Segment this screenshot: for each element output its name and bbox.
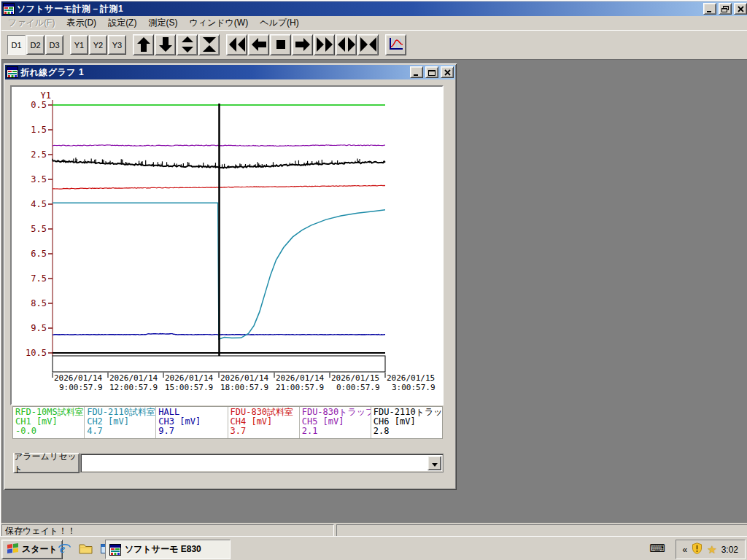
svg-text:6.5: 6.5 [31, 249, 47, 259]
toolbar-y2-button[interactable]: Y2 [89, 35, 107, 55]
toolbar-jump-end-button[interactable] [314, 34, 335, 55]
toolbar: D1D2D3Y1Y2Y3 [1, 30, 747, 59]
graph-titlebar[interactable]: 折れ線グラフ 1 [5, 65, 455, 79]
toolbar-d3-button[interactable]: D3 [45, 35, 63, 55]
alarm-message-combobox[interactable] [80, 454, 444, 472]
task-button-label: ソフトサーモ E830 [125, 543, 201, 556]
toolbar-d1-button[interactable]: D1 [7, 35, 26, 55]
app-window: ソフトサーモ計測－計測1 ファイル(F)表示(D)設定(Z)測定(S)ウィンドウ… [0, 0, 747, 539]
toolbar-scroll-down-button[interactable] [155, 34, 176, 55]
toolbar-step-back-button[interactable] [248, 34, 269, 55]
toolbar-scroll-up-button[interactable] [133, 34, 154, 55]
main-titlebar[interactable]: ソフトサーモ計測－計測1 [1, 1, 747, 16]
toolbar-d2-button[interactable]: D2 [26, 35, 44, 55]
graph-maximize-button[interactable] [425, 66, 438, 78]
svg-text:2026/01/14: 2026/01/14 [54, 373, 103, 383]
security-shield-icon[interactable] [692, 542, 703, 556]
close-button[interactable] [734, 3, 747, 15]
svg-text:8.5: 8.5 [31, 298, 47, 308]
legend-channel-4: FDU-830試料室CH4 [mV]3.7 [228, 407, 300, 438]
svg-text:9.5: 9.5 [31, 323, 47, 333]
svg-text:3.5: 3.5 [31, 174, 47, 184]
menu-bar: ファイル(F)表示(D)設定(Z)測定(S)ウィンドウ(W)ヘルプ(H) [1, 16, 747, 30]
app-icon [109, 544, 121, 556]
channel-value: 2.1 [302, 427, 368, 436]
svg-text:0:00:57.9: 0:00:57.9 [336, 383, 380, 392]
keyboard-layout-icon[interactable]: ⌨ [649, 542, 665, 553]
menu-ファイル[interactable]: ファイル(F) [2, 15, 61, 31]
legend-channel-2: FDU-2110試料室CH2 [mV]4.7 [85, 407, 156, 438]
line-chart[interactable]: 0.51.52.53.54.55.56.57.58.59.510.5Y12026… [10, 85, 444, 405]
taskbar-task-button[interactable]: ソフトサーモ E830 [105, 540, 231, 559]
toolbar-graph-setup-button[interactable] [385, 34, 406, 55]
menu-ヘルプ[interactable]: ヘルプ(H) [254, 15, 305, 31]
combobox-dropdown-button[interactable] [427, 456, 441, 470]
toolbar-step-forward-button[interactable] [292, 34, 313, 55]
double-right-icon [315, 35, 334, 55]
svg-text:3:00:57.9: 3:00:57.9 [392, 383, 436, 392]
svg-text:1.5: 1.5 [31, 125, 47, 135]
toolbar-expand-vertical-button[interactable] [177, 34, 198, 55]
minimize-icon [413, 69, 420, 76]
alarm-reset-label: アラームリセット [14, 451, 79, 475]
svg-text:18:00:57.9: 18:00:57.9 [220, 383, 268, 392]
graph-minimize-button[interactable] [410, 66, 423, 78]
tri-out-v-icon [178, 35, 197, 55]
graph-window-icon [7, 66, 18, 78]
channel-value: 3.7 [231, 427, 297, 436]
arrow-up-icon [134, 35, 153, 55]
channel-value: 2.8 [374, 427, 440, 436]
tray-expand-chevron[interactable]: « [683, 545, 688, 555]
svg-text:2026/01/14: 2026/01/14 [109, 373, 158, 383]
windows-logo-icon [7, 542, 19, 556]
svg-text:2026/01/14: 2026/01/14 [220, 373, 269, 383]
menu-表示[interactable]: 表示(D) [61, 15, 102, 31]
menu-測定[interactable]: 測定(S) [142, 15, 183, 31]
taskbar-clock: 3:02 [721, 545, 738, 555]
taskbar: スタート e ソフトサーモ E830 ⌨ « ★ 3:02 [0, 536, 747, 560]
start-button[interactable]: スタート [1, 540, 63, 559]
channel-value: 9.7 [158, 427, 225, 436]
status-bar: 保存ウェイト！！ [1, 523, 747, 537]
chart-plot[interactable]: 0.51.52.53.54.55.56.57.58.59.510.5Y12026… [12, 87, 439, 401]
close-icon [738, 6, 744, 12]
alarm-reset-button[interactable]: アラームリセット [13, 453, 80, 473]
menu-設定[interactable]: 設定(Z) [102, 15, 142, 31]
legend-channel-6: FDU-2110トラップCH6 [mV]2.8 [371, 407, 442, 438]
svg-text:12:00:57.9: 12:00:57.9 [109, 383, 158, 392]
channel-legend: RFD-10MS試料室CH1 [mV]-0.0FDU-2110試料室CH2 [m… [12, 406, 443, 439]
alarm-message-field [81, 454, 426, 472]
toolbar-compress-horizontal-button[interactable] [357, 34, 379, 55]
minimize-button[interactable] [703, 3, 716, 15]
legend-channel-1: RFD-10MS試料室CH1 [mV]-0.0 [13, 407, 85, 438]
svg-text:7.5: 7.5 [31, 273, 47, 284]
folder-icon[interactable] [78, 541, 93, 556]
restore-button[interactable] [719, 3, 732, 15]
svg-text:5.5: 5.5 [31, 224, 47, 234]
svg-text:2026/01/15: 2026/01/15 [387, 373, 435, 383]
graph-client-area: 0.51.52.53.54.55.56.57.58.59.510.5Y12026… [5, 79, 455, 489]
close-icon [444, 69, 451, 76]
channel-value: -0.0 [15, 427, 82, 436]
internet-explorer-icon[interactable]: e [57, 541, 71, 556]
legend-channel-3: HALLCH3 [mV]9.7 [156, 407, 228, 438]
svg-text:Y1: Y1 [41, 90, 51, 101]
toolbar-y3-button[interactable]: Y3 [108, 35, 126, 55]
svg-text:2026/01/15: 2026/01/15 [331, 373, 379, 383]
svg-text:0.5: 0.5 [31, 100, 47, 110]
graph-close-button[interactable] [441, 66, 454, 78]
toolbar-jump-start-button[interactable] [226, 34, 247, 55]
toolbar-stop-button[interactable] [270, 34, 291, 55]
menu-ウィンドウ[interactable]: ウィンドウ(W) [183, 15, 254, 31]
arrow-down-icon [156, 35, 175, 55]
square-icon [271, 35, 290, 55]
toolbar-compress-vertical-button[interactable] [198, 34, 220, 55]
mdi-workspace: 折れ線グラフ 1 0.51.52.53.54.55.56.57.58.59.51… [1, 59, 747, 523]
maximize-icon [428, 69, 436, 76]
system-tray: « ★ 3:02 [676, 540, 746, 559]
toolbar-expand-horizontal-button[interactable] [336, 34, 357, 55]
double-left-icon [228, 35, 247, 55]
svg-text:2.5: 2.5 [31, 149, 47, 160]
star-tray-icon[interactable]: ★ [707, 544, 716, 555]
toolbar-y1-button[interactable]: Y1 [70, 35, 88, 55]
